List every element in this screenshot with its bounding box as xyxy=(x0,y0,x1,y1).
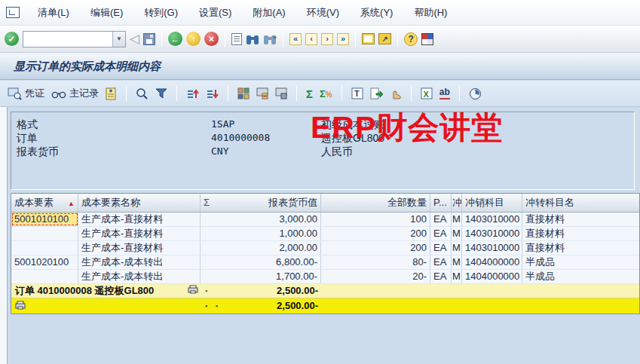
printer-icon xyxy=(188,284,198,298)
cell-unit[interactable]: EA xyxy=(430,213,452,226)
cell-total-qty[interactable]: 200 xyxy=(321,241,430,255)
cell-cost-element[interactable]: 5001020100 xyxy=(11,255,78,269)
cell-offset-flag[interactable]: M xyxy=(452,270,462,283)
cell-report-currency-value[interactable]: 1,700.00- xyxy=(201,270,321,283)
last-page-button[interactable]: » xyxy=(337,33,349,45)
detail-button[interactable] xyxy=(106,87,117,100)
cell-offset-account-name[interactable]: 直接材料 xyxy=(522,213,639,226)
menu-item-help[interactable]: 帮助(H) xyxy=(403,3,458,23)
menu-item-system[interactable]: 系统(Y) xyxy=(350,3,403,23)
command-input[interactable] xyxy=(23,32,112,47)
next-page-button[interactable]: › xyxy=(321,33,333,45)
subtotal-row: 订单 4010000008 遥控板GL800 ▪ 2,500.00- xyxy=(11,284,639,298)
cell-cost-element-name[interactable]: 生产成本-成本转出 xyxy=(78,270,201,283)
menu-item-extras[interactable]: 附加(A) xyxy=(242,3,296,23)
excel-view-button[interactable]: X xyxy=(421,87,433,99)
enter-button[interactable]: ✓ xyxy=(5,32,19,46)
save-button[interactable] xyxy=(143,33,155,45)
choose-layout-button[interactable] xyxy=(237,87,250,99)
abc-analysis-button[interactable]: ab xyxy=(439,87,450,99)
menu-item-settings[interactable]: 设置(S) xyxy=(188,3,242,23)
chevron-down-icon[interactable]: ▼ xyxy=(112,32,125,47)
column-header-offset-account-name[interactable]: 冲转科目名 xyxy=(522,194,639,212)
column-header-offset-account[interactable]: 冲销科目 xyxy=(462,194,522,212)
cell-cost-element[interactable] xyxy=(11,241,78,255)
column-header-cost-element[interactable]: 成本要素▲ xyxy=(11,194,78,212)
sort-ascending-button[interactable] xyxy=(186,88,199,99)
column-header-total-qty[interactable]: 全部数量 xyxy=(321,194,430,212)
sort-descending-button[interactable] xyxy=(206,88,219,99)
cell-cost-element[interactable] xyxy=(11,227,78,240)
cell-offset-account[interactable]: 1403010000 xyxy=(462,213,522,226)
previous-page-button[interactable]: ‹ xyxy=(305,33,317,45)
customize-layout-button[interactable] xyxy=(421,33,433,45)
cell-cost-element-name[interactable]: 生产成本-直接材料 xyxy=(78,227,201,240)
find-next-button[interactable]: + xyxy=(263,33,277,45)
cell-offset-account-name[interactable]: 半成品 xyxy=(522,270,639,283)
choose-detail-button[interactable] xyxy=(390,87,402,99)
find-button[interactable] xyxy=(246,33,259,45)
cell-unit[interactable]: EA xyxy=(430,255,452,269)
cell-offset-flag[interactable]: M xyxy=(452,213,462,226)
cancel-button[interactable]: × xyxy=(204,32,219,46)
cell-total-qty[interactable]: 100 xyxy=(321,213,430,226)
create-shortcut-button[interactable]: ↗ xyxy=(378,33,391,44)
cell-cost-element[interactable] xyxy=(11,270,78,283)
menu-item-edit[interactable]: 编辑(E) xyxy=(80,3,133,23)
subtotal-button[interactable]: Σ% xyxy=(320,89,332,99)
back-button[interactable]: ← xyxy=(168,32,182,46)
cell-cost-element-name[interactable]: 生产成本-直接材料 xyxy=(78,241,201,255)
left-margin-strip xyxy=(0,107,8,364)
change-layout-button[interactable] xyxy=(256,87,268,99)
column-header-report-currency-value[interactable]: Σ 报表货币值 xyxy=(201,194,321,212)
cell-report-currency-value[interactable]: 2,000.00 xyxy=(201,241,321,255)
cell-unit[interactable]: EA xyxy=(430,270,452,283)
master-record-button[interactable]: 主记录 xyxy=(51,87,99,100)
cell-report-currency-value[interactable]: 1,000.00 xyxy=(201,227,321,240)
cell-offset-account[interactable]: 1404000000 xyxy=(462,270,522,283)
cell-offset-flag[interactable]: M xyxy=(452,255,462,269)
table-row: 生产成本-直接材料 1,000.00 200 EA M 1403010000 直… xyxy=(11,227,639,241)
cell-offset-account[interactable]: 1403010000 xyxy=(462,241,522,255)
back-arrow-button[interactable]: ◁ xyxy=(130,32,139,45)
cell-offset-account[interactable]: 1403010000 xyxy=(462,227,522,240)
cell-report-currency-value[interactable]: 6,800.00- xyxy=(201,255,321,269)
menu-item-list[interactable]: 清单(L) xyxy=(27,3,80,23)
menu-item-goto[interactable]: 转到(G) xyxy=(133,3,188,23)
cell-cost-element[interactable]: 5001010100 xyxy=(11,213,78,226)
cell-unit[interactable]: EA xyxy=(430,227,452,240)
print-button[interactable] xyxy=(231,33,242,45)
cell-offset-flag[interactable]: M xyxy=(452,227,462,240)
cell-offset-account-name[interactable]: 直接材料 xyxy=(522,227,639,240)
sap-window: 清单(L) 编辑(E) 转到(G) 设置(S) 附加(A) 环境(V) 系统(Y… xyxy=(0,0,640,364)
menu-item-environment[interactable]: 环境(V) xyxy=(296,3,350,23)
cell-offset-account[interactable]: 1404000000 xyxy=(462,255,522,269)
cell-unit[interactable]: EA xyxy=(430,241,452,255)
cell-offset-flag[interactable]: M xyxy=(452,241,462,255)
title-bar: 显示订单的实际成本明细内容 xyxy=(0,53,640,80)
document-button[interactable]: 凭证 xyxy=(8,87,44,100)
exit-button[interactable]: ↑ xyxy=(186,32,201,46)
save-layout-button[interactable] xyxy=(275,87,287,99)
cell-offset-account-name[interactable]: 直接材料 xyxy=(522,241,639,255)
first-page-button[interactable]: « xyxy=(289,33,302,45)
cell-report-currency-value[interactable]: 3,000.00 xyxy=(201,213,321,226)
cell-total-qty[interactable]: 20- xyxy=(321,270,430,283)
system-menu-icon[interactable] xyxy=(6,7,20,18)
total-button[interactable]: Σ xyxy=(306,88,313,99)
cell-offset-account-name[interactable]: 半成品 xyxy=(522,255,639,269)
filter-button[interactable] xyxy=(155,87,167,99)
cell-total-qty[interactable]: 80- xyxy=(321,255,430,269)
help-button[interactable]: ? xyxy=(404,32,418,46)
cell-cost-element-name[interactable]: 生产成本-直接材料 xyxy=(78,213,201,226)
new-session-button[interactable] xyxy=(362,33,375,44)
word-processing-button[interactable]: T xyxy=(351,87,363,99)
column-header-cost-element-name[interactable]: 成本要素名称 xyxy=(78,194,201,212)
cell-cost-element-name[interactable]: 生产成本-成本转出 xyxy=(78,255,201,269)
export-button[interactable] xyxy=(370,87,383,99)
column-header-offset-flag[interactable]: 冲 xyxy=(452,194,462,212)
call-report-button[interactable] xyxy=(469,87,482,100)
search-button[interactable] xyxy=(136,87,149,100)
column-header-unit[interactable]: P... xyxy=(430,194,452,212)
cell-total-qty[interactable]: 200 xyxy=(321,227,430,240)
